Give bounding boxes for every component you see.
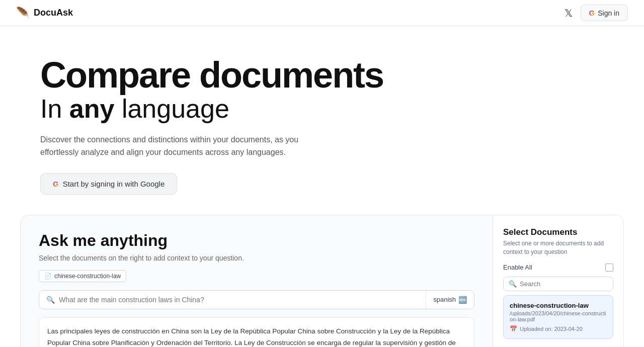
hero-cta-button[interactable]: G Start by signing in with Google — [40, 173, 177, 195]
search-bar: 🔍 spanish 🔤 — [39, 290, 474, 309]
translate-icon: 🔤 — [458, 296, 467, 304]
doc-tag[interactable]: 📄 chinese-construction-law — [39, 270, 126, 282]
sign-in-button[interactable]: G Sign in — [581, 5, 628, 21]
hero-language-suffix: language — [114, 94, 229, 123]
doc-search-input[interactable] — [520, 280, 608, 288]
twitter-icon[interactable]: 𝕏 — [565, 7, 573, 19]
enable-all-label: Enable All — [503, 264, 532, 271]
doc-item-path: /uploads/2023/04/20/chinese-construction… — [510, 310, 607, 322]
hero-google-icon: G — [53, 180, 59, 188]
hero-title-main: Compare documents — [40, 56, 413, 95]
logo: 🪶 DocuAsk — [16, 7, 73, 20]
hero-title-sub: In any language — [40, 95, 413, 123]
doc-search-box: 🔍 — [503, 277, 613, 291]
search-input-area: 🔍 — [39, 291, 426, 309]
answer-text: Las principales leyes de construcción en… — [47, 327, 457, 347]
doc-tag-label: chinese-construction-law — [54, 273, 121, 280]
select-docs-title: Select Documents — [503, 227, 613, 237]
language-label: spanish — [433, 296, 456, 303]
search-input[interactable] — [59, 296, 419, 304]
doc-icon: 📄 — [44, 273, 52, 280]
hero-in-prefix: In — [40, 94, 69, 123]
doc-item-name: chinese-construction-law — [510, 302, 607, 309]
enable-all-row: Enable All — [503, 264, 613, 272]
sign-in-label: Sign in — [598, 9, 619, 17]
search-icon: 🔍 — [46, 296, 55, 304]
right-panel: Select Documents Select one or more docu… — [493, 215, 623, 347]
enable-all-checkbox[interactable] — [605, 264, 613, 272]
doc-item-name: nextjs-docs — [510, 345, 607, 347]
select-docs-subtitle: Select one or more documents to add cont… — [503, 239, 613, 256]
calendar-icon: 📅 — [510, 325, 517, 332]
google-icon: G — [589, 9, 595, 17]
doc-item-date: 📅 Uploaded on: 2023-04-20 — [510, 325, 607, 332]
app-container: Ask me anything Select the documents on … — [20, 215, 624, 347]
ask-title: Ask me anything — [39, 231, 474, 250]
hero-section: Compare documents In any language Discov… — [0, 26, 453, 215]
header-right: 𝕏 G Sign in — [565, 5, 628, 21]
doc-search-icon: 🔍 — [509, 280, 517, 288]
doc-list-item[interactable]: nextjs-docs /uploads/2023/04/19/nextjs-d… — [503, 339, 613, 347]
language-badge[interactable]: spanish 🔤 — [426, 291, 474, 309]
hero-any: any — [69, 94, 115, 123]
logo-text: DocuAsk — [34, 8, 73, 18]
doc-list-item[interactable]: chinese-construction-law /uploads/2023/0… — [503, 295, 613, 339]
doc-list: chinese-construction-law /uploads/2023/0… — [503, 295, 613, 347]
logo-icon: 🪶 — [16, 7, 30, 20]
doc-upload-date: Uploaded on: 2023-04-20 — [520, 326, 583, 332]
answer-area: Las principales leyes de construcción en… — [39, 317, 474, 347]
hero-description: Discover the connections and distinction… — [40, 133, 332, 159]
ask-subtitle: Select the documents on the right to add… — [39, 254, 474, 262]
header: 🪶 DocuAsk 𝕏 G Sign in — [0, 0, 644, 26]
doc-tags: 📄 chinese-construction-law — [39, 270, 474, 282]
left-panel: Ask me anything Select the documents on … — [21, 215, 493, 347]
hero-cta-label: Start by signing in with Google — [63, 180, 165, 188]
